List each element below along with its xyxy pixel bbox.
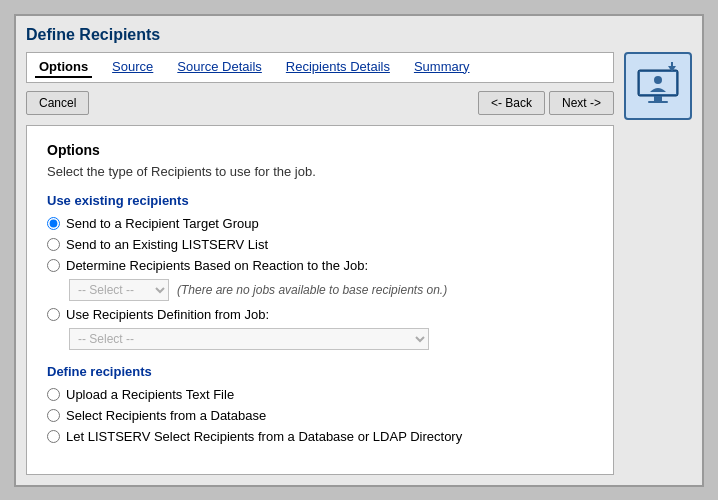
radio-item-listserv: Send to an Existing LISTSERV List: [47, 237, 593, 252]
tabs-bar: Options Source Source Details Recipients…: [26, 52, 614, 83]
radio-listserv-label: Send to an Existing LISTSERV List: [66, 237, 268, 252]
next-button[interactable]: Next ->: [549, 91, 614, 115]
radio-definition[interactable]: [47, 308, 60, 321]
cancel-button[interactable]: Cancel: [26, 91, 89, 115]
svg-point-4: [654, 76, 662, 84]
tab-options[interactable]: Options: [35, 57, 92, 78]
radio-item-reaction: Determine Recipients Based on Reaction t…: [47, 258, 593, 273]
main-content-area: Options Source Source Details Recipients…: [26, 52, 614, 475]
nav-buttons: <- Back Next ->: [478, 91, 614, 115]
toolbar: Cancel <- Back Next ->: [26, 91, 614, 115]
radio-ldap[interactable]: [47, 430, 60, 443]
tab-summary[interactable]: Summary: [410, 57, 474, 78]
radio-item-ldap: Let LISTSERV Select Recipients from a Da…: [47, 429, 593, 444]
svg-rect-2: [654, 96, 662, 101]
icon-box: [624, 52, 692, 120]
use-existing-label: Use existing recipients: [47, 193, 593, 208]
radio-target-group[interactable]: [47, 217, 60, 230]
svg-rect-6: [671, 62, 673, 68]
select-definition[interactable]: -- Select --: [69, 328, 429, 350]
radio-item-target-group: Send to a Recipient Target Group: [47, 216, 593, 231]
tab-source-details[interactable]: Source Details: [173, 57, 266, 78]
reaction-note: (There are no jobs available to base rec…: [177, 283, 447, 297]
tab-source[interactable]: Source: [108, 57, 157, 78]
radio-reaction[interactable]: [47, 259, 60, 272]
radio-text-file[interactable]: [47, 388, 60, 401]
page-title: Define Recipients: [26, 26, 692, 44]
define-recipients-label: Define recipients: [47, 364, 593, 379]
back-button[interactable]: <- Back: [478, 91, 545, 115]
main-window: Define Recipients Options Source Source …: [14, 14, 704, 487]
radio-database[interactable]: [47, 409, 60, 422]
radio-item-database: Select Recipients from a Database: [47, 408, 593, 423]
section-desc: Select the type of Recipients to use for…: [47, 164, 593, 179]
tab-recipients-details[interactable]: Recipients Details: [282, 57, 394, 78]
radio-item-text-file: Upload a Recipients Text File: [47, 387, 593, 402]
radio-text-file-label: Upload a Recipients Text File: [66, 387, 234, 402]
select-definition-row: -- Select --: [69, 328, 593, 350]
radio-reaction-label: Determine Recipients Based on Reaction t…: [66, 258, 368, 273]
recipients-icon: [634, 62, 682, 110]
radio-item-definition: Use Recipients Definition from Job:: [47, 307, 593, 322]
radio-target-group-label: Send to a Recipient Target Group: [66, 216, 259, 231]
radio-database-label: Select Recipients from a Database: [66, 408, 266, 423]
radio-definition-label: Use Recipients Definition from Job:: [66, 307, 269, 322]
radio-listserv[interactable]: [47, 238, 60, 251]
section-title: Options: [47, 142, 593, 158]
svg-rect-3: [648, 101, 668, 103]
use-existing-radio-group: Send to a Recipient Target Group Send to…: [47, 216, 593, 350]
select-reaction-row: -- Select -- (There are no jobs availabl…: [69, 279, 593, 301]
radio-ldap-label: Let LISTSERV Select Recipients from a Da…: [66, 429, 462, 444]
define-recipients-radio-group: Upload a Recipients Text File Select Rec…: [47, 387, 593, 444]
content-panel: Options Select the type of Recipients to…: [26, 125, 614, 475]
select-reaction[interactable]: -- Select --: [69, 279, 169, 301]
